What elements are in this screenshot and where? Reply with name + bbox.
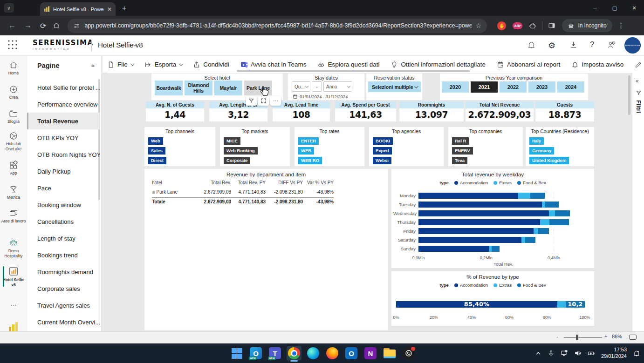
browser-menu-icon[interactable]: ⋮: [618, 22, 624, 29]
legend-item-extras[interactable]: Extras: [493, 180, 512, 185]
page-item-otb-kpis-yoy[interactable]: OTB KPIs YOY: [27, 129, 100, 146]
window-maximize-button[interactable]: ▢: [605, 0, 624, 16]
chip-exped[interactable]: Exped: [373, 147, 392, 155]
tab-search-button[interactable]: v: [4, 3, 14, 13]
page-item-booking-window[interactable]: Booking window: [27, 196, 100, 213]
zoom-slider-thumb[interactable]: [576, 335, 578, 340]
chip-web[interactable]: Web: [148, 137, 163, 145]
settings-gear-icon[interactable]: ⚙: [548, 40, 555, 51]
page-item-current-month-overvi[interactable]: Current Month Overvi...: [27, 314, 100, 330]
bar-segment-food-bev[interactable]: [530, 193, 546, 199]
action-avvia-chat-in-teams[interactable]: TAvvia chat in Teams: [240, 61, 307, 68]
tray-speaker-icon[interactable]: [574, 350, 582, 357]
blocker-extension-icon[interactable]: ✋: [497, 21, 506, 30]
visual-filter-icon[interactable]: [246, 96, 257, 106]
help-icon[interactable]: ?: [590, 40, 594, 49]
chip-corporate[interactable]: Corporate: [224, 157, 250, 164]
bookmark-star-icon[interactable]: ☆: [476, 22, 482, 29]
taskbar-app-obs[interactable]: [401, 346, 416, 361]
bar-segment-food-bev[interactable]: [555, 210, 570, 216]
rail-item-app[interactable]: App: [0, 161, 27, 176]
bar-segment-accomodation[interactable]: [418, 237, 521, 243]
bar-segment-extras[interactable]: [540, 219, 549, 225]
rail-item--[interactable]: ⋯: [0, 302, 27, 309]
page-item-performance-overview[interactable]: Performance overview: [27, 96, 100, 113]
rail-item-metrica[interactable]: Metrica: [0, 185, 27, 200]
rail-item-hub-dati-onelake[interactable]: Hub dati OneLake: [0, 131, 27, 151]
window-close-button[interactable]: ✕: [624, 0, 644, 16]
bar-segment-extras[interactable]: [518, 193, 530, 199]
zoom-out-button[interactable]: -: [556, 334, 558, 339]
reload-icon[interactable]: ⟳: [40, 21, 46, 30]
hotel-button-mayfair[interactable]: Mayfair: [214, 81, 242, 95]
bar-segment-extras[interactable]: [534, 228, 538, 234]
canvas-scrollbar-thumb[interactable]: [628, 75, 630, 115]
chip-enter[interactable]: ENTER: [298, 137, 319, 145]
tray-battery-icon[interactable]: [588, 350, 595, 357]
pages-collapse-icon[interactable]: «: [91, 62, 95, 69]
bar-segment-food-bev[interactable]: [492, 246, 500, 252]
bar-segment-accomodation[interactable]: [418, 210, 549, 216]
notification-bell-icon[interactable]: [633, 350, 640, 357]
bar-segment-food-bev[interactable]: [525, 237, 535, 243]
bar-segment-extras[interactable]: [521, 237, 525, 243]
year-button-2024[interactable]: 2024: [557, 81, 584, 93]
legend-item-accomodation[interactable]: Accomodation: [454, 180, 488, 185]
table-col-total-rev-py[interactable]: Total Rev. PY: [231, 180, 266, 185]
taskbar-clock[interactable]: 17:53 29/01/2024: [601, 347, 627, 360]
url-field[interactable]: app.powerbi.com/groups/bb0e72f9-3dfb-478…: [68, 19, 487, 33]
bar-segment-extras[interactable]: [542, 202, 545, 208]
adblock-extension-icon[interactable]: ABP: [513, 22, 522, 29]
year-button-2022[interactable]: 2022: [500, 81, 527, 93]
rail-item-demo-hospitality[interactable]: Demo Hospitality: [0, 238, 27, 258]
tray-microphone-icon[interactable]: [548, 350, 555, 357]
table-col-total-rev[interactable]: Total Rev.: [190, 180, 231, 185]
bar-segment-accomodation[interactable]: [418, 202, 542, 208]
chip-websi[interactable]: Websi: [373, 157, 391, 164]
page-item-bookings-trend[interactable]: Bookings trend: [27, 247, 100, 263]
action-ottieni-informazioni-dettagliate[interactable]: Ottieni informazioni dettagliate: [391, 61, 486, 68]
page-item-length-of-stay[interactable]: Length of stay: [27, 230, 100, 247]
chip-mice[interactable]: MICE: [224, 137, 240, 145]
taskbar-app-firefox[interactable]: [325, 346, 340, 361]
year-button-2023[interactable]: 2023: [528, 81, 555, 93]
taskbar-app-start[interactable]: [229, 346, 244, 361]
legend-item-food-bev[interactable]: Food & Bev: [517, 282, 546, 288]
bar-segment-accomodation[interactable]: [418, 228, 534, 234]
taskbar-app-teams[interactable]: TNEW: [267, 346, 282, 361]
chip-italy[interactable]: Italy: [529, 137, 544, 145]
taskbar-app-chrome[interactable]: [287, 346, 301, 361]
bar-segment-accomodation[interactable]: [418, 193, 518, 199]
chip-rai-r[interactable]: Rai R: [452, 137, 469, 145]
download-icon[interactable]: [569, 40, 578, 49]
action-abbonarsi-al-report[interactable]: Abbonarsi al report: [497, 61, 560, 68]
page-item-otb-room-nights-yoy[interactable]: OTB Room Nights YOY: [27, 146, 100, 163]
browser-tab[interactable]: Hotel Selfie v8 - Power BI ✕: [40, 2, 116, 16]
chip-germany[interactable]: Germany: [529, 147, 554, 155]
chip-direct[interactable]: Direct: [148, 157, 166, 164]
year-button-2020[interactable]: 2020: [442, 81, 469, 93]
account-avatar[interactable]: SERENISSIMA: [624, 37, 641, 54]
chip-united-kingdom[interactable]: United Kingdom: [529, 157, 569, 164]
chip-teva[interactable]: Teva: [452, 157, 467, 164]
forward-icon[interactable]: →: [24, 21, 32, 30]
zoom-in-button[interactable]: +: [604, 333, 607, 339]
waffle-menu-icon[interactable]: [8, 40, 18, 50]
taskbar-app-explorer[interactable]: [382, 346, 397, 361]
action-imposta-avviso[interactable]: Imposta avviso: [571, 61, 623, 68]
bar-segment-food-bev[interactable]: [538, 228, 549, 234]
page-item-corporate-sales[interactable]: Corporate sales: [27, 280, 100, 297]
rail-item-aree-di-lavoro[interactable]: Aree di lavoro: [0, 208, 27, 224]
legend-item-food-bev[interactable]: Food & Bev: [517, 180, 546, 185]
page-item-daily-pickup[interactable]: Daily Pickup: [27, 163, 100, 180]
hotel-button-diamond-hills[interactable]: Diamond Hills: [185, 81, 212, 95]
reservation-status-select[interactable]: Selezioni multiple: [368, 81, 421, 92]
fit-to-page-icon[interactable]: [629, 335, 637, 340]
table-row-park-lane[interactable]: ⊞ Park Lane2.672.909,034.771.140,83-2.09…: [152, 189, 334, 195]
action-esporta[interactable]: Esporta: [144, 61, 182, 68]
filters-expand-icon[interactable]: «: [636, 78, 639, 84]
chip-enerv[interactable]: ENERV: [452, 147, 473, 155]
window-minimize-button[interactable]: ─: [585, 0, 605, 16]
hotel-button-boardwalk[interactable]: Boardwalk: [155, 81, 183, 95]
bar-segment-food-bev[interactable]: [549, 219, 569, 225]
